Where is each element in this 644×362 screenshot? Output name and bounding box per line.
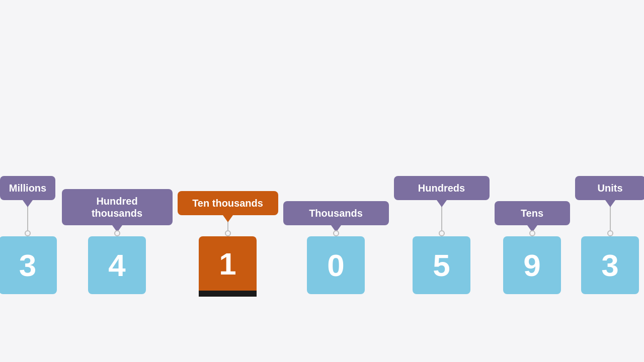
label-hundreds: Hundreds [394,176,490,200]
column-hundred-thousands: Hundred thousands 4 [62,141,173,294]
label-units: Units [575,176,645,200]
column-ten-thousands: Ten thousands 1 [178,141,278,294]
place-value-diagram: Millions 3 Hundred thousands 4 Ten thous… [45,40,599,322]
digit-thousands: 0 [307,236,365,294]
digit-units: 3 [581,236,639,294]
label-tens: Tens [495,201,570,225]
column-thousands: Thousands 0 [283,141,389,294]
digit-hundreds: 5 [413,236,470,294]
digit-hundred-thousands: 4 [88,236,146,294]
column-tens: Tens 9 [495,141,570,294]
digit-millions: 3 [0,236,57,294]
digit-tens: 9 [503,236,561,294]
digit-ten-thousands: 1 [199,236,257,294]
column-hundreds: Hundreds 5 [394,141,490,294]
label-thousands: Thousands [283,201,389,225]
column-millions: Millions 3 [0,141,57,294]
label-ten-thousands: Ten thousands [178,191,278,215]
label-hundred-thousands: Hundred thousands [62,189,173,225]
column-units: Units 3 [575,141,645,294]
label-millions: Millions [0,176,55,200]
